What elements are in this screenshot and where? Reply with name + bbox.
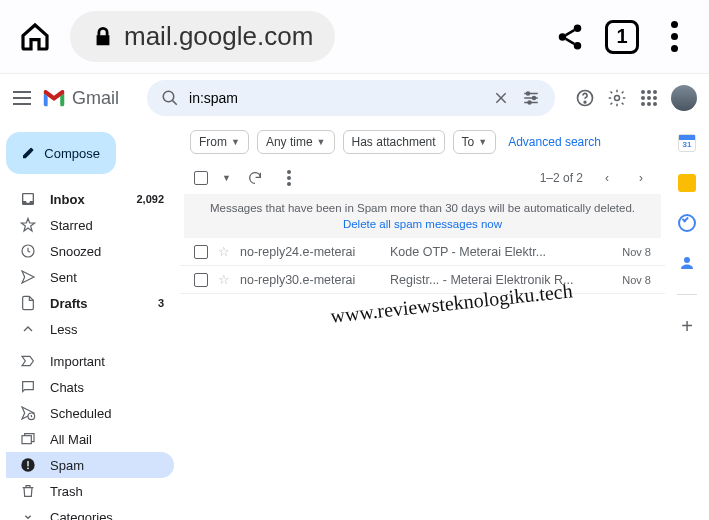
more-icon[interactable]	[279, 168, 299, 188]
select-dropdown-icon[interactable]: ▼	[222, 173, 231, 183]
row-checkbox[interactable]	[194, 245, 208, 259]
send-icon	[20, 269, 36, 285]
star-icon	[20, 217, 36, 233]
lock-icon	[92, 26, 114, 48]
star-icon[interactable]: ☆	[218, 272, 230, 287]
svg-point-25	[287, 170, 291, 174]
search-icon	[161, 89, 179, 107]
sidebar-item-chats[interactable]: Chats	[6, 374, 174, 400]
search-input[interactable]	[189, 90, 481, 106]
advanced-search-link[interactable]: Advanced search	[508, 135, 601, 149]
app-name: Gmail	[72, 88, 119, 109]
sidebar-item-inbox[interactable]: Inbox2,092	[6, 186, 174, 212]
row-date: Nov 8	[622, 274, 651, 286]
clear-search-icon[interactable]	[491, 88, 511, 108]
select-all-checkbox[interactable]	[194, 171, 208, 185]
url-bar[interactable]: mail.google.com	[70, 11, 335, 62]
sched-icon	[20, 405, 36, 421]
spam-icon	[20, 457, 36, 473]
help-icon[interactable]	[575, 88, 595, 108]
refresh-icon[interactable]	[245, 168, 265, 188]
browser-menu-icon[interactable]	[657, 21, 691, 52]
spam-banner: Messages that have been in Spam more tha…	[184, 194, 661, 238]
svg-point-3	[163, 91, 174, 102]
svg-point-2	[574, 42, 582, 50]
url-text: mail.google.com	[124, 21, 313, 52]
sidebar-item-trash[interactable]: Trash	[6, 478, 174, 504]
account-avatar[interactable]	[671, 85, 697, 111]
keep-icon[interactable]	[678, 174, 696, 192]
list-toolbar: ▼ 1–2 of 2 ‹ ›	[180, 162, 665, 194]
cat-icon	[20, 509, 36, 520]
compose-button[interactable]: Compose	[6, 132, 116, 174]
sidebar-item-snoozed[interactable]: Snoozed	[6, 238, 174, 264]
tasks-icon[interactable]	[678, 214, 696, 232]
calendar-icon[interactable]: 31	[678, 134, 696, 152]
svg-point-17	[647, 102, 651, 106]
add-panel-icon[interactable]: +	[678, 317, 696, 335]
svg-point-24	[27, 467, 29, 469]
sidebar-item-all-mail[interactable]: All Mail	[6, 426, 174, 452]
row-subject: Kode OTP - Meterai Elektr...	[390, 245, 612, 259]
filter-chip-anytime[interactable]: Any time▼	[257, 130, 335, 154]
row-checkbox[interactable]	[194, 273, 208, 287]
search-options-icon[interactable]	[521, 88, 541, 108]
allmail-icon	[20, 431, 36, 447]
contacts-icon[interactable]	[678, 254, 696, 272]
home-icon[interactable]	[18, 20, 52, 54]
settings-icon[interactable]	[607, 88, 627, 108]
svg-point-16	[641, 102, 645, 106]
tab-count[interactable]: 1	[605, 20, 639, 54]
sidebar-item-less[interactable]: Less	[6, 316, 174, 342]
app-header: Gmail	[0, 74, 709, 122]
svg-point-10	[641, 90, 645, 94]
inbox-icon	[20, 191, 36, 207]
sidebar-item-drafts[interactable]: Drafts3	[6, 290, 174, 316]
svg-point-8	[584, 101, 586, 103]
svg-point-4	[527, 92, 530, 95]
filter-chip-from[interactable]: From▼	[190, 130, 249, 154]
apps-icon[interactable]	[639, 88, 659, 108]
filter-chip-attachment[interactable]: Has attachment	[343, 130, 445, 154]
gmail-logo[interactable]: Gmail	[42, 88, 119, 109]
svg-point-9	[615, 96, 620, 101]
svg-point-11	[647, 90, 651, 94]
sidebar-item-spam[interactable]: Spam	[6, 452, 174, 478]
star-icon[interactable]: ☆	[218, 244, 230, 259]
delete-all-spam-link[interactable]: Delete all spam messages now	[192, 218, 653, 230]
sidebar-item-starred[interactable]: Starred	[6, 212, 174, 238]
sidebar-item-important[interactable]: Important	[6, 348, 174, 374]
row-subject: Registr... - Meterai Elektronik R...	[390, 273, 612, 287]
svg-point-6	[528, 101, 531, 104]
email-row[interactable]: ☆no-reply30.e-meteraiRegistr... - Metera…	[180, 266, 665, 294]
side-panel: 31 +	[665, 122, 709, 520]
page-range: 1–2 of 2	[540, 171, 583, 185]
svg-point-27	[287, 182, 291, 186]
share-icon[interactable]	[553, 20, 587, 54]
important-icon	[20, 353, 36, 369]
file-icon	[20, 295, 36, 311]
svg-point-18	[653, 102, 657, 106]
svg-point-12	[653, 90, 657, 94]
svg-point-26	[287, 176, 291, 180]
sidebar-item-categories[interactable]: Categories	[6, 504, 174, 520]
clock-icon	[20, 243, 36, 259]
next-page-icon[interactable]: ›	[631, 168, 651, 188]
sidebar-item-scheduled[interactable]: Scheduled	[6, 400, 174, 426]
row-sender: no-reply30.e-meterai	[240, 273, 380, 287]
menu-icon[interactable]	[12, 90, 32, 106]
sidebar: Compose Inbox2,092StarredSnoozedSentDraf…	[0, 122, 180, 520]
svg-point-1	[559, 33, 567, 41]
prev-page-icon[interactable]: ‹	[597, 168, 617, 188]
less-icon	[20, 321, 36, 337]
row-sender: no-reply24.e-meterai	[240, 245, 380, 259]
browser-chrome: mail.google.com 1	[0, 0, 709, 74]
svg-point-15	[653, 96, 657, 100]
sidebar-item-sent[interactable]: Sent	[6, 264, 174, 290]
search-box[interactable]	[147, 80, 555, 116]
svg-point-28	[684, 257, 690, 263]
svg-point-0	[574, 24, 582, 32]
filter-chip-to[interactable]: To▼	[453, 130, 497, 154]
email-row[interactable]: ☆no-reply24.e-meteraiKode OTP - Meterai …	[180, 238, 665, 266]
trash-icon	[20, 483, 36, 499]
